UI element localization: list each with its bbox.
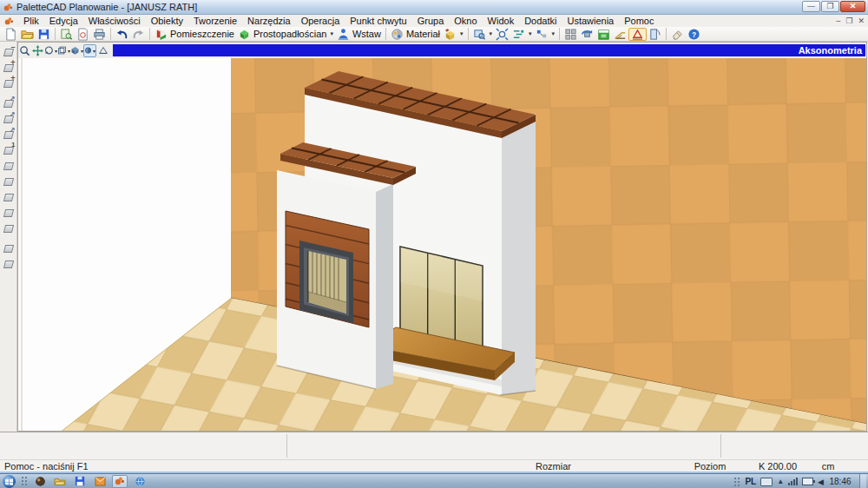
- orbit-icon: [44, 45, 54, 56]
- network-icon[interactable]: [788, 478, 798, 485]
- save-button[interactable]: [36, 27, 52, 42]
- show-hidden-icons[interactable]: ▲: [777, 478, 784, 485]
- group-object-tool[interactable]: [2, 175, 16, 188]
- chevron-down-icon[interactable]: ▾: [490, 30, 493, 37]
- language-indicator[interactable]: PL: [745, 477, 756, 486]
- taskbar-mail-app[interactable]: [92, 475, 108, 488]
- taskbar-app-sphere[interactable]: [32, 475, 48, 488]
- box-button[interactable]: Prostopadłościan ▾: [236, 27, 335, 42]
- show-desktop-button[interactable]: [859, 474, 866, 488]
- menu-edycja[interactable]: Edycja: [44, 15, 83, 27]
- material-button[interactable]: Materiał: [389, 27, 442, 42]
- battery-icon[interactable]: [802, 478, 813, 485]
- room-button[interactable]: Pomieszczenie: [153, 27, 236, 42]
- menu-dodatki[interactable]: Dodatki: [519, 15, 562, 27]
- add-solid-tool[interactable]: [2, 61, 16, 75]
- left-tool-palette: [0, 42, 17, 432]
- shaded-view-button[interactable]: ▾: [83, 44, 96, 57]
- measure-tool[interactable]: [2, 241, 16, 255]
- keyboard-icon[interactable]: [760, 478, 773, 486]
- viewport-title-bar[interactable]: Aksonometria: [113, 44, 865, 56]
- start-button[interactable]: [3, 475, 16, 488]
- merge-solid-tool[interactable]: [2, 76, 16, 90]
- levels-button[interactable]: ▾: [510, 27, 534, 42]
- mdi-close-button[interactable]: ✕: [858, 15, 865, 27]
- mdi-restore-button[interactable]: ❐: [845, 15, 852, 27]
- toolbar-separator: [149, 28, 150, 40]
- taskbar-explorer[interactable]: [52, 475, 68, 488]
- taskbar-palettecad-active[interactable]: [112, 475, 128, 488]
- menu-obiekty[interactable]: Obiekty: [146, 15, 188, 27]
- zoom-window-button[interactable]: ▾: [471, 27, 495, 42]
- mdi-minimize-button[interactable]: –: [836, 15, 840, 27]
- edit-object-tool[interactable]: [2, 159, 16, 173]
- menu-okno[interactable]: Okno: [449, 15, 482, 27]
- insert-button[interactable]: Wstaw: [335, 27, 383, 42]
- texture-box-button[interactable]: ▾: [442, 27, 465, 42]
- planner-button[interactable]: [595, 27, 612, 42]
- pan-view-button[interactable]: [31, 44, 44, 57]
- toolbar-separator: [666, 28, 667, 40]
- move-object-tool[interactable]: [2, 96, 16, 110]
- database-search-button[interactable]: [58, 27, 75, 42]
- dimension-toggle-button[interactable]: [628, 28, 647, 41]
- menu-punkt-chwytu[interactable]: Punkt chwytu: [345, 15, 411, 27]
- door-button[interactable]: [647, 27, 663, 42]
- subtract-solid-tool[interactable]: [2, 45, 16, 59]
- taskbar-browser[interactable]: [132, 475, 148, 488]
- clock[interactable]: 18:46: [828, 477, 852, 486]
- 3d-viewport[interactable]: [18, 58, 866, 431]
- rotate-object-button[interactable]: [579, 27, 595, 42]
- restore-button[interactable]: ❐: [821, 1, 839, 12]
- pan-arrows-icon: [32, 45, 43, 56]
- wireframe-view-button[interactable]: ▾: [57, 44, 70, 57]
- app-logo-icon: [3, 3, 13, 12]
- chevron-down-icon[interactable]: ▾: [330, 30, 333, 37]
- draw-tool[interactable]: [2, 190, 16, 204]
- menu-grupa[interactable]: Grupa: [412, 15, 450, 27]
- tray-divider: [733, 477, 740, 487]
- copy-object-tool[interactable]: [2, 128, 16, 142]
- eraser-icon: [671, 28, 684, 41]
- undo-button[interactable]: [114, 27, 130, 42]
- menu-plik[interactable]: Plik: [18, 15, 44, 27]
- redo-button[interactable]: [130, 27, 147, 42]
- chevron-down-icon[interactable]: ▾: [529, 30, 532, 37]
- chevron-down-icon[interactable]: ▾: [460, 30, 464, 37]
- solid-view-button[interactable]: ▾: [70, 44, 83, 57]
- print-button[interactable]: [91, 27, 108, 42]
- print-preview-button[interactable]: [75, 27, 91, 42]
- menu-ustawienia[interactable]: Ustawienia: [562, 15, 619, 27]
- grid-icon: [564, 28, 577, 41]
- chevron-down-icon[interactable]: ▾: [552, 30, 556, 37]
- minimize-button[interactable]: —: [802, 1, 820, 12]
- rotate-object-tool[interactable]: [2, 112, 16, 126]
- snap-points-button[interactable]: ▾: [534, 27, 557, 42]
- viewport-title: Aksonometria: [799, 44, 865, 56]
- zoom-fit-button[interactable]: [494, 27, 510, 42]
- grid-button[interactable]: [562, 27, 579, 42]
- menu-narzedzia[interactable]: Narzędzia: [242, 15, 296, 27]
- speaker-icon[interactable]: ◀: [818, 478, 824, 486]
- menu-widok[interactable]: Widok: [483, 15, 520, 27]
- perspective-button[interactable]: [96, 44, 109, 57]
- close-button[interactable]: ✕: [840, 1, 865, 12]
- orbit-view-button[interactable]: ▾: [44, 44, 57, 57]
- menu-operacja[interactable]: Operacja: [296, 15, 345, 27]
- new-document-button[interactable]: [3, 27, 19, 42]
- open-button[interactable]: [19, 27, 36, 42]
- ramp-button[interactable]: [612, 27, 628, 42]
- help-button[interactable]: ?: [686, 27, 702, 42]
- delete-tool[interactable]: [2, 257, 16, 271]
- zoom-person-button[interactable]: [18, 44, 31, 57]
- menu-pomoc[interactable]: Pomoc: [619, 15, 659, 27]
- menu-tworzenie[interactable]: Tworzenie: [188, 15, 242, 27]
- eraser-button[interactable]: [669, 27, 686, 42]
- array-object-tool[interactable]: [2, 143, 16, 157]
- material-assign-tool[interactable]: [2, 221, 16, 235]
- sketch-tool[interactable]: [2, 206, 16, 220]
- menu-wlasciwosci[interactable]: Właściwości: [83, 15, 146, 27]
- taskbar-save-app[interactable]: [72, 475, 88, 488]
- application-window: PaletteCAD Planowanie - [JANUSZ RATH] — …: [0, 0, 868, 488]
- toolbar-separator: [468, 28, 469, 40]
